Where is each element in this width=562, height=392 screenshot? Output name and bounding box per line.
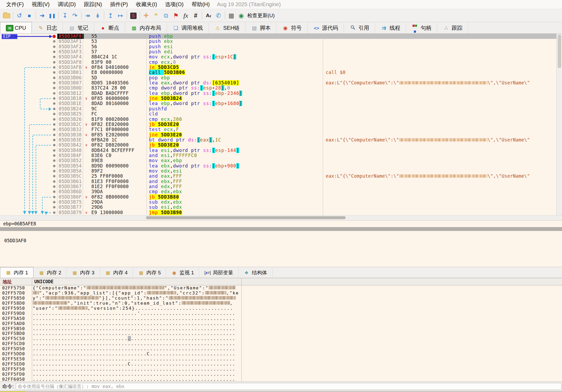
- menu-item[interactable]: 收藏夹(I): [132, 1, 161, 8]
- instruction-dot[interactable]: [53, 46, 55, 48]
- patch-icon[interactable]: ✚: [141, 10, 151, 21]
- fx-icon[interactable]: fx: [181, 10, 191, 21]
- dump-address-cell[interactable]: 02FF5C50: [0, 336, 33, 341]
- hash-icon[interactable]: #: [191, 10, 201, 21]
- dump-unicode-cell[interactable]: ........................................…: [33, 367, 562, 372]
- address-cell[interactable]: 05DD3B06: [57, 75, 84, 80]
- instruction-cell[interactable]: jb 5DD3B80: [147, 195, 325, 200]
- address-cell[interactable]: 05DD3B24: [57, 106, 84, 111]
- dump-address-cell[interactable]: 02FF5E50: [0, 356, 33, 361]
- disassembly-view[interactable]: EIP 05DD3AF055push ebp05DD3AF153push ebx…: [0, 34, 562, 215]
- pause-icon[interactable]: ❚❚: [47, 10, 57, 21]
- address-cell[interactable]: 05DD3AF3: [57, 49, 84, 54]
- disasm-row[interactable]: 05DD3B32F7C1 0F000000test ecx,F: [0, 127, 562, 132]
- instruction-dot[interactable]: [53, 201, 55, 203]
- address-cell[interactable]: 05DD3B0D: [57, 85, 84, 91]
- address-cell[interactable]: 05DD3AF4: [57, 54, 84, 59]
- instruction-dot[interactable]: [53, 139, 55, 141]
- dump-unicode-cell[interactable]: ........................................…: [33, 331, 562, 336]
- dump-unicode-cell[interactable]: ........................................…: [33, 356, 562, 361]
- check-update-label[interactable]: 检查更新(U): [247, 12, 275, 19]
- tab-内存 5[interactable]: ▦内存 5: [133, 268, 166, 278]
- menu-item[interactable]: 调试(D): [54, 1, 80, 8]
- menu-item[interactable]: 文件(F): [2, 1, 28, 8]
- instruction-dot[interactable]: [53, 128, 55, 131]
- dump-row[interactable]: 02FF5F50................................…: [0, 367, 562, 372]
- instruction-cell[interactable]: lea eax,dword ptr ds:[6354010]: [147, 80, 325, 85]
- instruction-dot[interactable]: [53, 40, 55, 43]
- dump-unicode-cell[interactable]: ........................................…: [33, 341, 562, 346]
- disasm-row[interactable]: 05DD3B0D837C24 28 00cmp dword ptr ss:[es…: [0, 85, 562, 91]
- update-globe-icon[interactable]: ◉: [236, 10, 246, 21]
- instruction-dot[interactable]: [53, 211, 55, 214]
- dump-row[interactable]: 02FF5D50................................…: [0, 346, 562, 351]
- calculator-icon[interactable]: ▦: [226, 10, 236, 21]
- disasm-row[interactable]: 05DD3B5289E8mov eax,ebp: [0, 158, 562, 163]
- dump-row[interactable]: 02FF5ED0..............................C.…: [0, 361, 562, 367]
- dump-address-cell[interactable]: 02FF5CD0: [0, 341, 33, 346]
- instruction-dot[interactable]: [53, 66, 55, 69]
- tab-内存 2[interactable]: ▦内存 2: [33, 268, 67, 278]
- tab-线程[interactable]: ⇉线程: [375, 23, 406, 33]
- dump-address-cell[interactable]: 02FF5BD0: [0, 331, 33, 336]
- disasm-row[interactable]: 05DD3B6181E3 FF0F0000and ebx,FFF: [0, 179, 562, 184]
- disasm-row[interactable]: 05DD3B2681F9 00020000cmp ecx,200: [0, 117, 562, 122]
- dump-row[interactable]: 02FF5CD0................................…: [0, 341, 562, 346]
- instruction-dot[interactable]: [53, 118, 55, 121]
- address-cell[interactable]: 05DD3B42: [57, 143, 84, 148]
- dump-unicode-cell[interactable]: ","init":true,"n":0,"steam_id_last":,: [33, 301, 562, 306]
- bookmarks-icon[interactable]: ⚑: [171, 10, 181, 21]
- tab-SEH链[interactable]: ⚠SEH链: [209, 23, 245, 33]
- instruction-cell[interactable]: cmp edx,ebx: [147, 189, 325, 194]
- disasm-row[interactable]: 05DD3AFB∨0F84 D4010000je 5DD3CD5: [0, 65, 562, 70]
- disasm-row[interactable]: 05DD3AF153push ebx: [0, 39, 562, 44]
- instruction-dot[interactable]: [53, 71, 55, 74]
- instruction-dot[interactable]: [53, 87, 55, 89]
- instruction-cell[interactable]: pushfd: [147, 106, 325, 111]
- dump-unicode-cell[interactable]: ........................................…: [33, 336, 562, 341]
- tab-引用[interactable]: 引用: [344, 23, 375, 33]
- open-file-icon[interactable]: [2, 10, 12, 21]
- disasm-row[interactable]: 05DD3B1E8DAD 80160000lea ebp,dword ptr s…: [0, 101, 562, 106]
- instruction-cell[interactable]: sub esi,edx: [147, 205, 325, 210]
- address-cell[interactable]: 05DD3B12: [57, 91, 84, 96]
- dump-unicode-cell[interactable]: ........................................…: [33, 372, 562, 377]
- instruction-cell[interactable]: cmp ecx,0: [147, 60, 325, 65]
- instruction-cell[interactable]: and ebx,FFF: [147, 179, 325, 184]
- instruction-dot[interactable]: [53, 108, 55, 110]
- disasm-row[interactable]: 05DD3B249Cpushfd: [0, 106, 562, 111]
- run-to-user-code-icon[interactable]: ↦: [115, 10, 125, 21]
- scrollbar-thumb[interactable]: [558, 35, 561, 68]
- instruction-cell[interactable]: and esi,FFFFFFC0: [147, 153, 325, 158]
- disasm-row[interactable]: 05DD3B065Dpop ebp: [0, 75, 562, 80]
- run-to-selection-icon[interactable]: ↠: [83, 10, 93, 21]
- dump-row[interactable]: 02FF5B50................................…: [0, 326, 562, 331]
- disasm-row[interactable]: 05DD3AF48B4C24 1Cmov ecx,dword ptr ss:[e…: [0, 54, 562, 59]
- instruction-dot[interactable]: [53, 149, 55, 152]
- dump-address-cell[interactable]: 02FF57D0: [0, 290, 33, 296]
- disasm-row[interactable]: 05DD3B3E0FBA20 1Cbt dword ptr ds:[eax],1…: [0, 137, 562, 143]
- disasm-row[interactable]: 05DD3B6F∨0F82 0B000000jb 5DD3B80: [0, 195, 562, 200]
- comments-icon[interactable]: ❝: [151, 10, 161, 21]
- instruction-dot[interactable]: [53, 206, 55, 208]
- address-cell[interactable]: 05DD3AF2: [57, 44, 84, 49]
- instruction-dot[interactable]: [53, 144, 55, 146]
- instruction-cell[interactable]: lea ebp,dword ptr ss:[ebp+1680]: [147, 101, 325, 106]
- dump-row[interactable]: 02FF5750{"ComputerName":"","UserName":": [0, 285, 562, 290]
- script-s-icon[interactable]: S: [128, 10, 138, 21]
- dump-unicode-cell[interactable]: "user":","version":254}.................…: [33, 306, 562, 311]
- disasm-row[interactable]: 05DD3B6D39DAcmp edx,ebx: [0, 189, 562, 194]
- dump-row[interactable]: 02FF5850y":""}],"count":1,"hash":": [0, 296, 562, 301]
- tab-笔记[interactable]: ▤笔记: [63, 23, 94, 33]
- disasm-row[interactable]: 05DD3AF357push edi: [0, 49, 562, 54]
- tab-内存 3[interactable]: ▦内存 3: [67, 268, 100, 278]
- address-cell[interactable]: 05DD3B38: [57, 132, 84, 137]
- dump-unicode-cell[interactable]: ........................................…: [33, 346, 562, 351]
- address-cell[interactable]: 05DD3B01: [57, 70, 84, 75]
- disasm-row[interactable]: 05DD3B7729D6sub esi,edx: [0, 205, 562, 210]
- address-cell[interactable]: 05DD3B3E: [57, 137, 84, 143]
- disasm-row[interactable]: 05DD3AF055push ebp: [0, 34, 562, 39]
- tab-调用堆栈[interactable]: ❏调用堆栈: [167, 23, 209, 33]
- tab-脚本[interactable]: ▤脚本: [245, 23, 276, 33]
- menu-item[interactable]: 插件(P): [106, 1, 132, 8]
